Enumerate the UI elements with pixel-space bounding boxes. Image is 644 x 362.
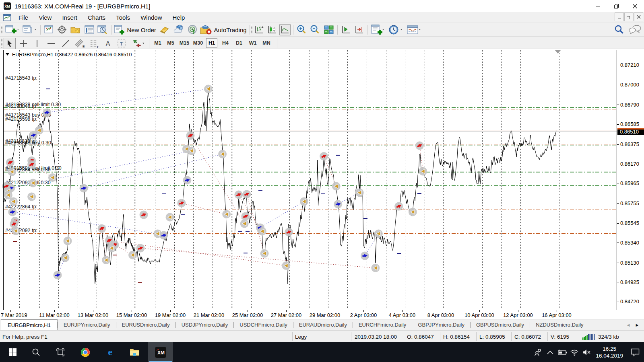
xm-app-icon: XM <box>4 2 11 10</box>
windows-logo-icon <box>9 348 17 356</box>
navigator-button[interactable] <box>69 24 82 35</box>
news-radar-button[interactable] <box>186 24 198 35</box>
trendline-tool-button[interactable] <box>60 38 72 49</box>
action-center-button[interactable] <box>626 342 644 362</box>
chrome-taskbar-button[interactable] <box>76 342 95 362</box>
autotrading-label[interactable]: AutoTrading <box>213 24 248 35</box>
price-scale-label: 0.85965 <box>620 180 639 186</box>
menu-insert[interactable]: Insert <box>57 13 83 22</box>
toolbar-search-button[interactable] <box>613 24 625 35</box>
text-label-tool-button[interactable]: T <box>116 38 128 49</box>
status-traffic: 324/3 kb <box>598 331 619 343</box>
indicators-button[interactable] <box>369 24 386 35</box>
auto-scroll-button[interactable] <box>340 24 352 35</box>
bar-chart-button[interactable] <box>254 24 265 35</box>
connection-bars-icon <box>582 331 596 343</box>
price-chart[interactable]: #41715543 tp:#42190828 sell limit 0.30#4… <box>0 49 644 319</box>
text-tool-button[interactable]: A <box>102 38 114 49</box>
chart-tab-eurchfmicro[interactable]: EURCHFmicro,Daily <box>353 319 412 330</box>
child-minimize-button[interactable] <box>615 12 624 21</box>
cursor-tool-button[interactable] <box>4 38 16 49</box>
task-view-button[interactable] <box>51 342 70 362</box>
community-chat-button[interactable] <box>628 24 642 35</box>
timeframe-h4-button[interactable]: H4 <box>220 38 231 48</box>
volume-muted-tray-icon[interactable] <box>580 342 592 362</box>
timeframe-m5-button[interactable]: M5 <box>165 38 176 48</box>
menu-window[interactable]: Window <box>135 13 167 22</box>
data-window-button[interactable] <box>56 24 68 35</box>
chart-tab-gbpusdmicro[interactable]: GBPUSDmicro,Daily <box>471 319 530 330</box>
chart-tab-nzdusdmicro[interactable]: NZDUSDmicro,Daily <box>530 319 589 330</box>
chart-tab-eurjpymicro[interactable]: EURJPYmicro,Daily <box>58 319 116 330</box>
people-tray-icon[interactable] <box>532 342 544 362</box>
channel-tool-button[interactable]: E <box>73 38 86 49</box>
menu-help[interactable]: Help <box>167 13 190 22</box>
menu-tools[interactable]: Tools <box>111 13 135 22</box>
profiles-button[interactable] <box>21 24 37 35</box>
clock-date: 16.04.2019 <box>596 352 623 359</box>
tile-windows-button[interactable] <box>323 24 335 35</box>
status-bar-time: 2019.03.20 18:00 <box>355 331 397 343</box>
taskbar-search-button[interactable] <box>27 342 45 362</box>
menu-charts[interactable]: Charts <box>83 13 111 22</box>
crosshair-tool-button[interactable] <box>17 38 29 49</box>
candlestick-chart-button[interactable] <box>266 24 278 35</box>
timeframe-d1-button[interactable]: D1 <box>233 38 245 48</box>
tab-scroll-right-button[interactable]: ► <box>633 323 642 327</box>
timeframe-w1-button[interactable]: W1 <box>247 38 258 48</box>
toolbar-separator <box>250 25 250 35</box>
vertical-line-tool-button[interactable] <box>31 38 43 49</box>
timeframe-m15-button[interactable]: M15 <box>178 38 191 48</box>
timeframe-h1-button[interactable]: H1 <box>206 38 217 48</box>
new-chart-button[interactable] <box>4 24 20 35</box>
time-scale-label: 27 Mar 02:00 <box>271 312 302 318</box>
child-close-button[interactable] <box>634 12 643 21</box>
mql5-cloud-button[interactable] <box>173 24 185 35</box>
chart-tab-usdjpymicro[interactable]: USDJPYmicro,Daily <box>176 319 234 330</box>
market-watch-button[interactable] <box>43 24 55 35</box>
tray-overflow-chevron-icon[interactable] <box>544 342 556 362</box>
line-chart-button[interactable] <box>279 24 291 35</box>
symbol-dropdown-triangle[interactable] <box>6 53 9 56</box>
new-order-button[interactable]: New Order <box>114 24 156 35</box>
menu-file[interactable]: File <box>13 13 33 22</box>
restore-button[interactable] <box>607 0 625 12</box>
chart-tab-eurusdmicro[interactable]: EURUSDmicro,Daily <box>116 319 175 330</box>
strategy-tester-button[interactable] <box>97 24 109 35</box>
chart-tab-euraudmicro[interactable]: EURAUDmicro,Daily <box>293 319 353 330</box>
chrome-icon <box>80 348 90 357</box>
timeframe-m1-button[interactable]: M1 <box>152 38 163 48</box>
chart-tab-eurgbpmicro[interactable]: EURGBPmicro,H1 <box>1 319 58 330</box>
child-restore-button[interactable] <box>624 12 634 21</box>
status-high: H: 0.86154 <box>443 331 470 343</box>
history-center-button[interactable] <box>159 24 171 35</box>
chart-tab-gbpjpymicro[interactable]: GBPJPYmicro,Daily <box>412 319 470 330</box>
file-explorer-taskbar-button[interactable] <box>125 342 144 362</box>
autotrading-icon-button[interactable] <box>200 24 212 35</box>
taskbar-clock[interactable]: 16:25 16.04.2019 <box>592 346 626 359</box>
chart-shift-button[interactable] <box>353 24 365 35</box>
edge-taskbar-button[interactable]: e <box>101 342 119 362</box>
wifi-tray-icon[interactable] <box>568 342 580 362</box>
terminal-button[interactable] <box>83 24 95 35</box>
search-icon <box>32 348 40 356</box>
tab-scroll-left-button[interactable]: ◄ <box>624 323 633 327</box>
minimize-button[interactable] <box>588 0 607 12</box>
standard-toolbar: New OrderAutoTrading <box>0 23 644 36</box>
close-button[interactable] <box>625 0 644 12</box>
start-button[interactable] <box>3 342 22 362</box>
timeframe-mn-button[interactable]: MN <box>261 38 272 48</box>
arrows-tool-button[interactable] <box>130 38 147 49</box>
zoom-out-button[interactable] <box>309 24 321 35</box>
battery-tray-icon[interactable] <box>556 342 568 362</box>
chart-tab-usdchfmicro[interactable]: USDCHFmicro,Daily <box>234 319 293 330</box>
price-scale-label: 0.85130 <box>620 260 639 266</box>
templates-button[interactable] <box>406 24 423 35</box>
horizontal-line-tool-button[interactable] <box>45 38 57 49</box>
timeframe-m30-button[interactable]: M30 <box>192 38 204 48</box>
zoom-in-button[interactable] <box>295 24 308 35</box>
menu-view[interactable]: View <box>33 13 57 22</box>
periods-button[interactable] <box>387 24 404 35</box>
mt4-taskbar-button[interactable]: XM <box>148 342 173 362</box>
fibonacci-tool-button[interactable]: F <box>88 38 101 49</box>
